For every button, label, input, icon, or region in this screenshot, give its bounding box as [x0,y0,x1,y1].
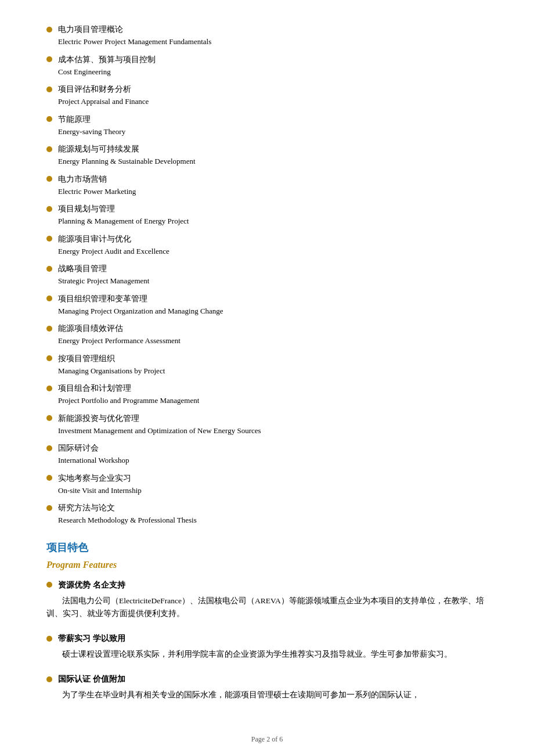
section-title-en: Program Features [46,558,488,572]
feature-description: 为了学生在毕业时具有相关专业的国际水准，能源项目管理硕士在读期间可参加一系列的国… [46,689,488,702]
feature-title-text: 国际认证 价值附加 [58,673,125,685]
bullet-icon [46,56,52,62]
course-chinese-text: 按项目管理组织 [58,352,115,365]
course-english-text: Energy Project Audit and Excellence [58,246,488,257]
course-chinese-text: 能源项目绩效评估 [58,322,123,334]
course-english-text: Cost Engineering [58,66,488,78]
course-chinese-text: 新能源投资与优化管理 [58,412,139,424]
bullet-icon [46,176,52,182]
bullet-icon [46,266,52,272]
section-title-zh: 项目特色 [46,540,488,556]
course-english-text: Energy Project Performance Assessment [58,335,488,347]
course-chinese: 战略项目管理 [46,262,488,275]
page-container: 电力项目管理概论Electric Power Project Managemen… [0,0,534,756]
course-chinese-text: 能源项目审计与优化 [58,233,131,245]
course-chinese-text: 电力项目管理概论 [58,23,123,35]
feature-item: 资源优势 名企支持法国电力公司（ElectriciteDeFrance）、法国核… [46,579,488,621]
course-chinese-text: 电力市场营销 [58,173,107,185]
feature-bullet-icon [46,582,52,588]
bullet-icon [46,386,52,391]
course-chinese: 实地考察与企业实习 [46,472,488,484]
course-chinese: 能源规划与可持续发展 [46,143,488,155]
course-chinese: 新能源投资与优化管理 [46,412,488,424]
course-chinese-text: 项目规划与管理 [58,203,115,215]
bullet-icon [46,87,52,92]
course-chinese: 节能原理 [46,113,488,125]
course-english-text: Strategic Project Management [58,275,488,287]
course-english-text: Energy Planning & Sustainable Developmen… [58,156,488,167]
feature-title: 国际认证 价值附加 [46,673,488,685]
feature-title-text: 资源优势 名企支持 [58,579,125,591]
course-english-text: Investment Management and Optimization o… [58,425,488,437]
course-item: 电力市场营销Electric Power Marketing [46,173,488,197]
course-english-text: Electric Power Marketing [58,186,488,197]
course-chinese-text: 成本估算、预算与项目控制 [58,53,156,66]
course-chinese: 能源项目绩效评估 [46,322,488,334]
course-chinese-text: 项目评估和财务分析 [58,83,131,95]
course-chinese: 按项目管理组织 [46,352,488,365]
course-chinese-text: 实地考察与企业实习 [58,472,131,484]
bullet-icon [46,326,52,332]
course-list: 电力项目管理概论Electric Power Project Managemen… [46,23,488,526]
course-item: 项目组合和计划管理Project Portfolio and Programme… [46,382,488,406]
feature-item: 国际认证 价值附加为了学生在毕业时具有相关专业的国际水准，能源项目管理硕士在读期… [46,673,488,702]
course-chinese: 电力项目管理概论 [46,23,488,35]
bullet-icon [46,236,52,242]
bullet-icon [46,116,52,122]
course-chinese: 项目评估和财务分析 [46,83,488,95]
course-chinese: 项目规划与管理 [46,203,488,215]
feature-title-text: 带薪实习 学以致用 [58,632,125,645]
features-section: 项目特色 Program Features 资源优势 名企支持法国电力公司（El… [46,540,488,703]
course-item: 能源项目审计与优化Energy Project Audit and Excell… [46,233,488,257]
course-english-text: Energy-saving Theory [58,126,488,138]
bullet-icon [46,415,52,421]
course-english-text: Electric Power Project Management Fundam… [58,36,488,48]
course-chinese: 电力市场营销 [46,173,488,185]
course-english-text: Project Portfolio and Programme Manageme… [58,395,488,406]
course-chinese: 项目组合和计划管理 [46,382,488,394]
bullet-icon [46,505,52,511]
course-chinese-text: 项目组合和计划管理 [58,382,131,394]
course-item: 成本估算、预算与项目控制Cost Engineering [46,53,488,78]
course-chinese-text: 战略项目管理 [58,262,107,275]
bullet-icon [46,355,52,361]
course-english-text: Research Methodology & Professional Thes… [58,514,488,526]
course-item: 电力项目管理概论Electric Power Project Managemen… [46,23,488,48]
course-item: 项目规划与管理Planning & Management of Energy P… [46,203,488,227]
bullet-icon [46,27,52,33]
course-chinese: 项目组织管理和变革管理 [46,293,488,305]
page-footer: Page 2 of 6 [0,734,534,744]
course-item: 研究方法与论文Research Methodology & Profession… [46,502,488,526]
course-item: 节能原理Energy-saving Theory [46,113,488,138]
course-item: 新能源投资与优化管理Investment Management and Opti… [46,412,488,437]
feature-title: 资源优势 名企支持 [46,579,488,591]
bullet-icon [46,206,52,212]
course-chinese: 成本估算、预算与项目控制 [46,53,488,66]
course-english-text: Planning & Management of Energy Project [58,215,488,227]
features-list: 资源优势 名企支持法国电力公司（ElectriciteDeFrance）、法国核… [46,579,488,703]
feature-item: 带薪实习 学以致用硕士课程设置理论联系实际，并利用学院丰富的企业资源为学生推荐实… [46,632,488,661]
bullet-icon [46,296,52,301]
bullet-icon [46,146,52,152]
course-item: 能源项目绩效评估Energy Project Performance Asses… [46,322,488,347]
course-chinese-text: 节能原理 [58,113,91,125]
course-english-text: Managing Project Organization and Managi… [58,305,488,317]
course-item: 能源规划与可持续发展Energy Planning & Sustainable … [46,143,488,167]
course-chinese-text: 项目组织管理和变革管理 [58,293,147,305]
course-item: 实地考察与企业实习On-site Visit and Internship [46,472,488,496]
feature-title: 带薪实习 学以致用 [46,632,488,645]
course-chinese: 国际研讨会 [46,442,488,454]
page-number: Page 2 of 6 [251,735,283,743]
course-chinese: 研究方法与论文 [46,502,488,514]
course-english-text: Managing Organisations by Project [58,365,488,377]
course-english-text: On-site Visit and Internship [58,485,488,496]
course-english-text: Project Appraisal and Finance [58,96,488,107]
bullet-icon [46,445,52,451]
course-item: 项目评估和财务分析Project Appraisal and Finance [46,83,488,107]
course-chinese: 能源项目审计与优化 [46,233,488,245]
course-item: 国际研讨会International Workshop [46,442,488,466]
course-chinese-text: 能源规划与可持续发展 [58,143,139,155]
course-chinese-text: 国际研讨会 [58,442,99,454]
bullet-icon [46,475,52,481]
feature-description: 硕士课程设置理论联系实际，并利用学院丰富的企业资源为学生推荐实习及指导就业。学生… [46,648,488,661]
